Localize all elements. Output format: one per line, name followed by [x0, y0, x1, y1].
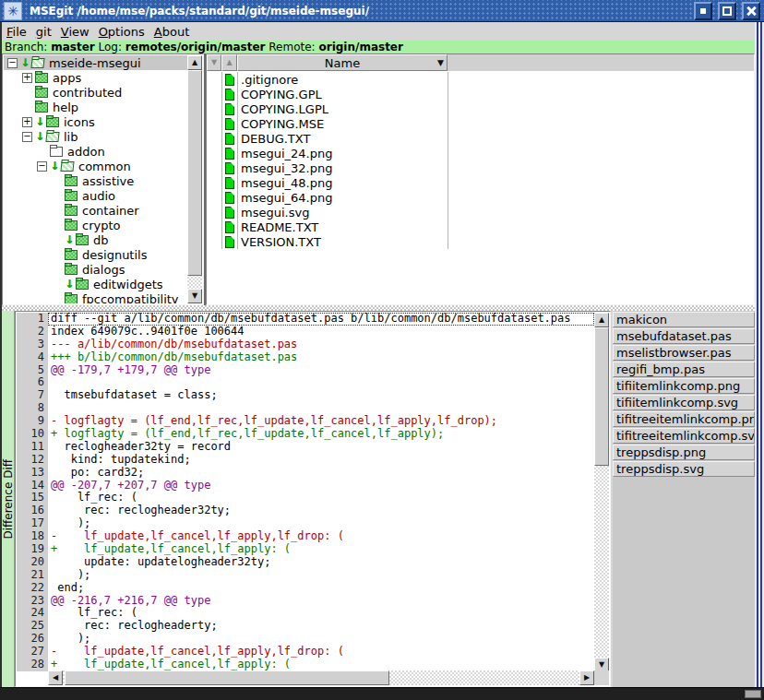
changed-file-item[interactable]: treppsdisp.png [613, 445, 755, 460]
file-row[interactable]: msegui_24.png [208, 146, 753, 160]
diff-line[interactable]: 15 lf_rec: ( [17, 492, 594, 504]
diff-tab[interactable]: Difference Diff [2, 311, 15, 687]
header-col-icon[interactable]: ▲ [221, 54, 237, 71]
file-row[interactable]: COPYING.GPL [208, 87, 753, 101]
app-icon[interactable]: ✳ [4, 2, 22, 20]
diff-line[interactable]: 20 update: updatelogheader32ty; [17, 556, 594, 569]
diff-line[interactable]: 12 kind: tupdatekind; [17, 454, 594, 467]
file-row[interactable]: COPYING.LGPL [208, 101, 753, 116]
scroll-up-button[interactable]: ▲ [594, 313, 609, 327]
tree-item[interactable]: designutils [4, 247, 187, 262]
diff-line[interactable]: 4+++ b/lib/common/db/msebufdataset.pas [17, 351, 594, 364]
tree-item[interactable]: ↓db [4, 232, 187, 247]
diff-line[interactable]: 25 rec: reclogheaderty; [17, 620, 594, 633]
diff-line[interactable]: 28+ lf_update,lf_cancel,lf_apply: ( [17, 658, 594, 671]
file-row[interactable]: msegui_64.png [208, 190, 753, 205]
diff-line[interactable]: 27- lf_update,lf_cancel,lf_apply,lf_drop… [17, 646, 594, 658]
tree-item[interactable]: dialogs [4, 262, 187, 277]
minimize-button[interactable] [694, 2, 712, 20]
changed-file-item[interactable]: mselistbrowser.pas [613, 345, 755, 361]
menu-item-git[interactable]: git [36, 25, 52, 39]
tree-item[interactable]: contributed [4, 85, 187, 100]
tree-item[interactable]: assistive [4, 173, 187, 188]
file-row[interactable]: msegui_48.png [208, 175, 753, 190]
titlebar[interactable]: ✳ MSEgit /home/mse/packs/standard/git/ms… [0, 0, 764, 22]
diff-line[interactable]: 5@@ -179,7 +179,7 @@ type [17, 364, 594, 377]
tree-item[interactable]: container [4, 203, 187, 218]
diff-line[interactable]: 11 reclogheader32ty = record [17, 441, 594, 454]
scroll-down-button[interactable]: ▼ [187, 289, 202, 303]
changed-file-item[interactable]: tifitreeitemlinkcomp.png [613, 411, 755, 427]
diff-line[interactable]: 18- lf_update,lf_cancel,lf_apply,lf_drop… [17, 530, 594, 543]
tree-item[interactable]: crypto [4, 218, 187, 232]
tree-item[interactable]: ↓editwidgets [4, 277, 187, 291]
changed-file-item[interactable]: tifiitemlinkcomp.svg [613, 395, 755, 410]
diff-vertical-scrollbar[interactable]: ▲ ▼ [594, 313, 609, 672]
changed-file-item[interactable]: tifiitemlinkcomp.png [613, 378, 755, 394]
file-row[interactable]: msegui_32.png [208, 160, 753, 175]
diff-line[interactable]: 14@@ -207,7 +207,7 @@ type [17, 480, 594, 492]
diff-line[interactable]: 16 rec: reclogheader32ty; [17, 504, 594, 517]
tree-expand-toggle[interactable]: − [37, 161, 47, 172]
close-button[interactable] [742, 2, 760, 20]
resize-grip[interactable] [745, 690, 761, 698]
file-row[interactable]: msegui.svg [208, 205, 753, 219]
file-row[interactable]: VERSION.TXT [208, 234, 753, 249]
diff-line[interactable]: 26 ); [17, 633, 594, 646]
diff-line[interactable]: 3--- a/lib/common/db/msebufdataset.pas [17, 338, 594, 351]
scrollbar-thumb[interactable] [187, 70, 202, 276]
tree-expand-toggle[interactable]: − [22, 132, 32, 142]
menu-item-view[interactable]: View [61, 25, 90, 39]
diff-line[interactable]: 2index 649079c..9401f0e 100644 [17, 326, 594, 338]
diff-line[interactable]: 7 tmsebufdataset = class; [17, 389, 594, 402]
diff-line[interactable]: 8 [17, 402, 594, 415]
menu-item-options[interactable]: Options [99, 25, 145, 39]
diff-line[interactable]: 23@@ -216,7 +216,7 @@ type [17, 595, 594, 608]
tree-expand-toggle[interactable]: + [22, 73, 32, 83]
diff-line[interactable]: 10+ logflagty = (lf_end,lf_rec,lf_update… [17, 428, 594, 441]
changed-file-item[interactable]: regifi_bmp.pas [613, 362, 755, 377]
tree-vertical-scrollbar[interactable]: ▲ ▼ [187, 55, 202, 303]
changed-file-item[interactable]: makicon [613, 312, 755, 327]
header-col-name[interactable]: Name ▼ [237, 54, 448, 71]
changed-file-item[interactable]: tifitreeitemlinkcomp.svg [613, 428, 755, 444]
tree-item[interactable]: help [4, 100, 187, 114]
tree-item[interactable]: −↓common [4, 159, 187, 173]
diff-line[interactable]: 9- logflagty = (lf_end,lf_rec,lf_update,… [17, 415, 594, 428]
changed-file-item[interactable]: treppsdisp.svg [613, 461, 755, 477]
scroll-right-button[interactable]: ▶ [579, 670, 594, 685]
maximize-button[interactable] [718, 2, 736, 20]
scrollbar-track[interactable] [63, 670, 579, 685]
file-row[interactable]: DEBUG.TXT [208, 131, 753, 146]
diff-line[interactable]: 13 po: card32; [17, 467, 594, 480]
diff-line[interactable]: 17 ); [17, 517, 594, 530]
header-col-state[interactable]: ▼ [207, 54, 221, 71]
diff-line[interactable]: 1diff --git a/lib/common/db/msebufdatase… [17, 313, 594, 326]
diff-line[interactable]: 22 end; [17, 582, 594, 595]
diff-line[interactable]: 21 ); [17, 569, 594, 582]
diff-line[interactable]: 6 [17, 376, 594, 389]
menu-item-file[interactable]: File [6, 25, 27, 39]
tree-item[interactable]: audio [4, 188, 187, 203]
tree-item[interactable]: +↓icons [4, 114, 187, 129]
file-row[interactable]: COPYING.MSE [208, 116, 753, 131]
scroll-left-button[interactable]: ◀ [48, 670, 63, 685]
scrollbar-thumb[interactable] [65, 670, 389, 685]
tree-item[interactable]: fpccompatibility [4, 291, 187, 303]
changed-file-item[interactable]: msebufdataset.pas [613, 328, 755, 344]
diff-horizontal-scrollbar[interactable]: ◀ ▶ [48, 670, 594, 685]
scroll-up-button[interactable]: ▲ [187, 55, 202, 70]
tree-expand-toggle[interactable]: + [22, 117, 32, 127]
diff-line[interactable]: 19+ lf_update,lf_cancel,lf_apply: ( [17, 543, 594, 556]
tree-item[interactable]: addon [4, 144, 187, 159]
scrollbar-thumb[interactable] [594, 327, 609, 466]
tree-expand-toggle[interactable]: − [7, 58, 18, 68]
file-row[interactable]: .gitignore [208, 72, 753, 87]
diff-line[interactable]: 24 lf_rec: ( [17, 607, 594, 620]
tree-item[interactable]: +apps [4, 70, 187, 85]
window-right-border[interactable] [755, 22, 764, 688]
file-row[interactable]: README.TXT [208, 219, 753, 234]
menu-item-about[interactable]: About [154, 25, 189, 39]
tree-item[interactable]: −↓lib [4, 129, 187, 144]
tree-item[interactable]: −↓mseide-msegui [4, 55, 187, 70]
